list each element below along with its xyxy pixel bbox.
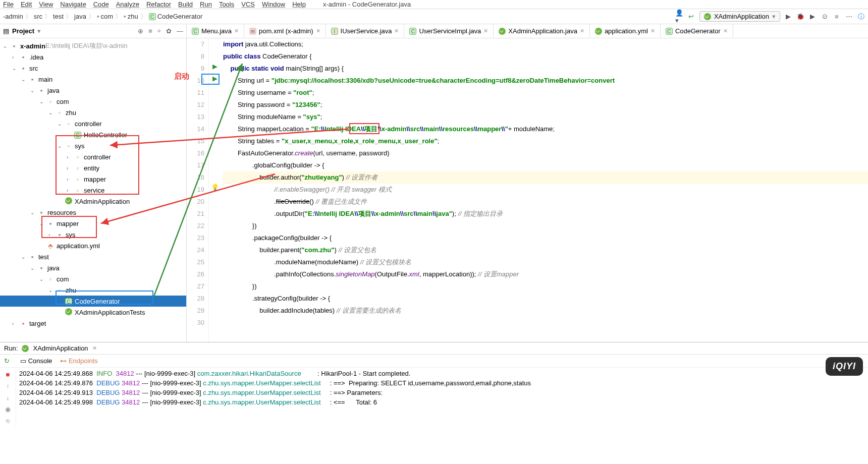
- close-icon[interactable]: ✕: [650, 28, 655, 34]
- chevron-down-icon[interactable]: ▾: [37, 27, 41, 35]
- breadcrumb[interactable]: -admin〉src〉test〉java〉▪ com〉▪ zhu〉C CodeG…: [3, 12, 202, 21]
- tree-item-sys[interactable]: ›▪sys: [0, 229, 186, 240]
- tree-item-hellocontroller[interactable]: CHelloController: [0, 129, 186, 140]
- down-icon[interactable]: ↓: [6, 394, 10, 401]
- select-opened-icon[interactable]: ⊕: [138, 27, 143, 35]
- exit-icon[interactable]: ⎋: [6, 417, 10, 425]
- menu-run[interactable]: Run: [200, 1, 212, 8]
- tree-item-xadminapplicationtests[interactable]: XAdminApplicationTests: [0, 307, 186, 318]
- breadcrumb-item[interactable]: ▪ com: [97, 13, 113, 20]
- menu-edit[interactable]: Edit: [21, 1, 32, 8]
- rerun-icon[interactable]: ↻: [4, 357, 10, 365]
- breadcrumb-item[interactable]: test: [53, 13, 64, 20]
- panel-header: ▤ Project ▾ ⊕ ≡ ÷ ✿ —: [0, 24, 186, 38]
- tree-item-test[interactable]: ⌄▪test: [0, 251, 186, 262]
- breadcrumb-item[interactable]: src: [34, 13, 42, 20]
- coverage-icon[interactable]: ▶: [808, 13, 817, 21]
- watermark-iqiyi: iQIYI: [826, 357, 863, 376]
- run-config-label: XAdminApplication: [714, 13, 769, 20]
- tab-codegenerator[interactable]: CCodeGenerator✕: [661, 24, 733, 38]
- back-icon[interactable]: ↩: [687, 13, 695, 21]
- tree-root[interactable]: ⌄▪x-admin E:\Intellij IDEA\项目\x-admin: [0, 40, 186, 51]
- tab-iuserservice-java[interactable]: IIUserService.java✕: [326, 24, 405, 38]
- editor-tabs[interactable]: CMenu.java✕mpom.xml (x-admin)✕IIUserServ…: [187, 24, 868, 38]
- tree-item-xadminapplication[interactable]: XAdminApplication: [0, 196, 186, 207]
- close-icon[interactable]: ✕: [394, 28, 399, 34]
- editor[interactable]: 7891011121314151617181920212223242526272…: [187, 38, 868, 342]
- debug-icon[interactable]: 🐞: [796, 13, 804, 21]
- camera-icon[interactable]: ◉: [5, 405, 11, 413]
- tree-item-codegenerator[interactable]: CCodeGenerator: [0, 296, 186, 307]
- tab-userserviceimpl-java[interactable]: CUserServiceImpl.java✕: [404, 24, 494, 38]
- chevron-down-icon: ▾: [772, 13, 776, 20]
- menu-refactor[interactable]: Refactor: [146, 1, 171, 8]
- run-config-selector[interactable]: XAdminApplication ▾: [699, 11, 780, 22]
- menu-build[interactable]: Build: [178, 1, 193, 8]
- tree-item-target[interactable]: ›▪target: [0, 318, 186, 329]
- tree-item-main[interactable]: ⌄▪main: [0, 74, 186, 85]
- tree-item-service[interactable]: ›▫service: [0, 185, 186, 196]
- endpoints-tab[interactable]: ⊷ Endpoints: [60, 357, 97, 365]
- user-icon[interactable]: 👤▾: [675, 13, 683, 21]
- run-icon[interactable]: ▶: [784, 13, 792, 21]
- tree-item-src[interactable]: ⌄▪src: [0, 63, 186, 74]
- menu-navigate[interactable]: Navigate: [60, 1, 86, 8]
- menu-code[interactable]: Code: [93, 1, 109, 8]
- project-tree[interactable]: ⌄▪x-admin E:\Intellij IDEA\项目\x-admin›▪.…: [0, 38, 186, 342]
- profile-icon[interactable]: ⊙: [821, 13, 829, 21]
- console-output[interactable]: 2024-04-06 14:25:49.868 INFO 34812 --- […: [16, 368, 868, 428]
- tree-item-java[interactable]: ⌄▪java: [0, 85, 186, 96]
- breadcrumb-item[interactable]: C CodeGenerator: [149, 13, 203, 20]
- close-icon[interactable]: ✕: [580, 28, 584, 34]
- tree-item-controller[interactable]: ›▫controller: [0, 151, 186, 162]
- tab-application-yml[interactable]: application.yml✕: [590, 24, 661, 38]
- menu-analyze[interactable]: Analyze: [116, 1, 139, 8]
- tab-pom-xml-x-admin-[interactable]: mpom.xml (x-admin)✕: [244, 24, 326, 38]
- close-icon[interactable]: ✕: [483, 28, 488, 34]
- menu-view[interactable]: View: [39, 1, 53, 8]
- console-tab[interactable]: ▭ Console: [20, 357, 52, 365]
- tree-item-java[interactable]: ⌄▪java: [0, 262, 186, 273]
- tree-item-entity[interactable]: ›▫entity: [0, 162, 186, 173]
- tree-item-mapper[interactable]: ›▫mapper: [0, 173, 186, 185]
- collapse-icon[interactable]: ÷: [157, 27, 161, 35]
- stop-icon[interactable]: ■: [833, 13, 841, 21]
- tree-item-controller[interactable]: ⌄▫controller: [0, 118, 186, 129]
- gear-icon[interactable]: ✿: [166, 27, 172, 35]
- close-icon[interactable]: ✕: [92, 345, 97, 352]
- more-icon[interactable]: ⋯: [845, 13, 853, 21]
- up-icon[interactable]: ↑: [6, 382, 10, 390]
- tree-item-resources[interactable]: ⌄▪resources: [0, 207, 186, 218]
- tree-item-sys[interactable]: ⌄▫sys: [0, 140, 186, 151]
- close-icon[interactable]: ✕: [316, 28, 320, 34]
- gutter-line-numbers: 7891011121314151617181920212223242526272…: [187, 38, 209, 342]
- breadcrumb-item[interactable]: java: [74, 13, 86, 20]
- breadcrumb-sep: 〉: [140, 12, 147, 21]
- tree-item-zhu[interactable]: ⌄▫zhu: [0, 284, 186, 296]
- breadcrumb-item[interactable]: ▪ zhu: [124, 13, 138, 20]
- editor-area: CMenu.java✕mpom.xml (x-admin)✕IIUserServ…: [187, 24, 868, 342]
- tree-item-com[interactable]: ⌄▫com: [0, 273, 186, 284]
- menu-tools[interactable]: Tools: [219, 1, 234, 8]
- menu-file[interactable]: File: [3, 1, 14, 8]
- stop-icon[interactable]: ■: [6, 371, 10, 378]
- code-area[interactable]: import java.util.Collections;public clas…: [221, 38, 868, 342]
- close-icon[interactable]: ✕: [234, 28, 239, 34]
- tree-item-application.yml[interactable]: ⬘application.yml: [0, 240, 186, 251]
- hide-icon[interactable]: —: [177, 27, 183, 35]
- tree-item-mapper[interactable]: ⌄▪mapper: [0, 218, 186, 229]
- breadcrumb-item[interactable]: -admin: [3, 13, 23, 20]
- tree-item-.idea[interactable]: ›▪.idea: [0, 51, 186, 63]
- annotation-launch-label: 启动: [174, 72, 189, 81]
- run-tab-label[interactable]: XAdminApplication: [33, 344, 88, 352]
- expand-icon[interactable]: ≡: [148, 27, 152, 35]
- search-icon[interactable]: ⓘ: [857, 13, 865, 21]
- tab-menu-java[interactable]: CMenu.java✕: [187, 24, 244, 38]
- tab-xadminapplication-java[interactable]: XAdminApplication.java✕: [494, 24, 590, 38]
- tree-item-zhu[interactable]: ⌄▫zhu: [0, 107, 186, 118]
- tree-item-com[interactable]: ⌄▫com: [0, 96, 186, 107]
- menu-vcs[interactable]: VCS: [241, 1, 255, 8]
- menu-help[interactable]: Help: [292, 1, 306, 8]
- close-icon[interactable]: ✕: [723, 28, 728, 34]
- menu-window[interactable]: Window: [262, 1, 285, 8]
